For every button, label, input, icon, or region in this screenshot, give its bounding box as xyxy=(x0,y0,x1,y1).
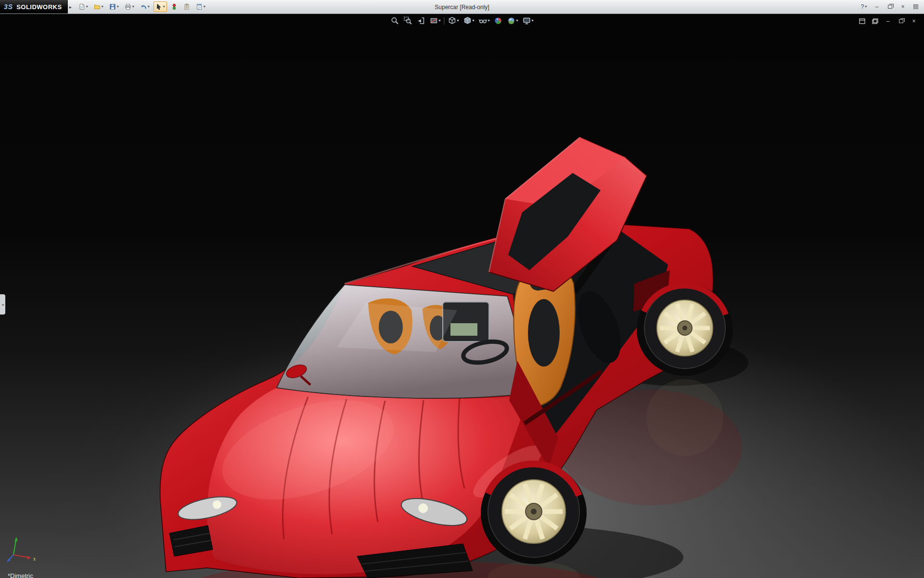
red-green-filter-icon xyxy=(171,3,178,10)
cascade-window-icon xyxy=(872,18,878,24)
help-icon: ? xyxy=(861,3,864,10)
feature-manager-collapse-tab[interactable]: ◂ xyxy=(0,294,5,315)
app-close-button[interactable]: × xyxy=(898,2,907,11)
section-view-button[interactable]: ▾ xyxy=(428,16,441,26)
new-document-icon xyxy=(78,3,85,10)
dropdown-caret-icon[interactable]: ▾ xyxy=(132,5,134,9)
reference-triad[interactable]: x xyxy=(3,531,39,565)
dropdown-caret-icon[interactable]: ▾ xyxy=(204,5,205,9)
dropdown-caret-icon[interactable]: ▾ xyxy=(102,5,103,9)
graphics-viewport[interactable]: ▾ ▾ ▾ ▾ xyxy=(0,14,924,578)
view-settings-button[interactable]: ▾ xyxy=(522,16,535,26)
view-orientation-button[interactable]: ▾ xyxy=(447,16,460,26)
edit-appearance-button[interactable] xyxy=(493,16,504,26)
apply-scene-button[interactable]: ▾ xyxy=(506,16,519,26)
dropdown-caret-icon[interactable]: ▾ xyxy=(457,19,459,23)
tile-window-icon xyxy=(859,18,865,24)
print-icon xyxy=(125,3,131,10)
view-cube-icon xyxy=(448,16,456,25)
collapse-arrow-icon: ◂ xyxy=(1,302,3,307)
dropdown-caret-icon[interactable]: ▾ xyxy=(516,19,518,23)
monitor-icon xyxy=(523,16,531,25)
solidworks-app-window: 3S SOLIDWORKS ▸ ▾ ▾ xyxy=(0,0,924,578)
dropdown-caret-icon[interactable]: ▾ xyxy=(488,19,490,23)
file-properties-button[interactable] xyxy=(181,1,192,12)
zoom-to-fit-icon xyxy=(390,16,399,25)
zoom-to-fit-button[interactable] xyxy=(389,16,400,26)
undo-button[interactable]: ▾ xyxy=(138,1,152,12)
app-minimize-button[interactable]: – xyxy=(873,2,881,11)
clipboard-icon xyxy=(183,3,190,10)
restore-icon xyxy=(888,5,892,9)
toolbar-separator xyxy=(444,17,444,25)
dropdown-caret-icon[interactable]: ▾ xyxy=(86,5,88,9)
task-pane-toggle-button[interactable] xyxy=(911,2,920,11)
dropdown-caret-icon[interactable]: ▾ xyxy=(148,5,150,9)
dropdown-caret-icon[interactable]: ▾ xyxy=(163,5,165,9)
save-icon xyxy=(109,3,116,10)
standard-toolbar: ▾ ▾ ▾ xyxy=(75,1,207,12)
hide-show-items-button[interactable]: ▾ xyxy=(478,16,491,26)
model-scene[interactable] xyxy=(0,14,924,578)
grid-dots-icon xyxy=(913,4,919,10)
doc-window-cascade-button[interactable] xyxy=(871,17,879,26)
dropdown-caret-icon[interactable]: ▾ xyxy=(117,5,119,9)
zoom-to-area-icon xyxy=(403,16,412,25)
help-button[interactable]: ? ▾ xyxy=(860,2,868,11)
3ds-logo-icon: 3S xyxy=(4,3,13,11)
app-restore-button[interactable] xyxy=(886,2,894,11)
doc-restore-button[interactable] xyxy=(897,17,905,26)
heads-up-view-toolbar: ▾ ▾ ▾ ▾ xyxy=(389,16,534,26)
view-orientation-label: *Dimetric xyxy=(8,572,33,578)
appearance-sphere-icon xyxy=(494,16,503,25)
dropdown-caret-icon[interactable]: ▾ xyxy=(532,19,534,23)
new-document-button[interactable]: ▾ xyxy=(77,1,90,12)
triad-x-label: x xyxy=(33,556,36,562)
doc-minimize-button[interactable]: – xyxy=(884,17,892,26)
menu-flyout-arrow-icon[interactable]: ▸ xyxy=(68,4,75,10)
section-view-icon xyxy=(429,16,438,25)
restore-icon xyxy=(899,19,903,23)
print-button[interactable]: ▾ xyxy=(123,1,136,12)
glasses-icon xyxy=(479,16,488,25)
display-style-button[interactable]: ▾ xyxy=(462,16,475,26)
document-window-controls: – × xyxy=(858,17,918,26)
select-cursor-icon xyxy=(155,3,162,10)
previous-view-icon xyxy=(416,16,425,25)
dropdown-caret-icon: ▾ xyxy=(865,5,867,9)
titlebar: 3S SOLIDWORKS ▸ ▾ ▾ xyxy=(0,0,924,14)
rear-wheel[interactable] xyxy=(637,283,733,376)
brand-name: SOLIDWORKS xyxy=(16,3,62,11)
scene-sphere-icon xyxy=(507,16,516,25)
select-tool-button[interactable]: ▾ xyxy=(154,1,167,12)
open-button[interactable]: ▾ xyxy=(92,1,105,12)
front-wheel[interactable] xyxy=(481,462,587,564)
zoom-to-area-button[interactable] xyxy=(402,16,413,26)
open-folder-icon xyxy=(94,3,101,10)
previous-view-button[interactable] xyxy=(415,16,426,26)
dropdown-caret-icon[interactable]: ▾ xyxy=(472,19,474,23)
doc-window-tile-button[interactable] xyxy=(858,17,866,26)
options-form-icon xyxy=(196,3,203,10)
selection-filter-button[interactable] xyxy=(169,1,180,12)
solidworks-menu[interactable]: 3S SOLIDWORKS xyxy=(0,0,68,13)
options-button[interactable]: ▾ xyxy=(194,1,207,12)
dropdown-caret-icon[interactable]: ▾ xyxy=(438,19,440,23)
doc-close-button[interactable]: × xyxy=(910,17,918,26)
save-button[interactable]: ▾ xyxy=(107,1,121,12)
titlebar-right-controls: ? ▾ – × xyxy=(860,2,924,11)
undo-icon xyxy=(140,3,147,10)
display-style-icon xyxy=(463,16,472,25)
